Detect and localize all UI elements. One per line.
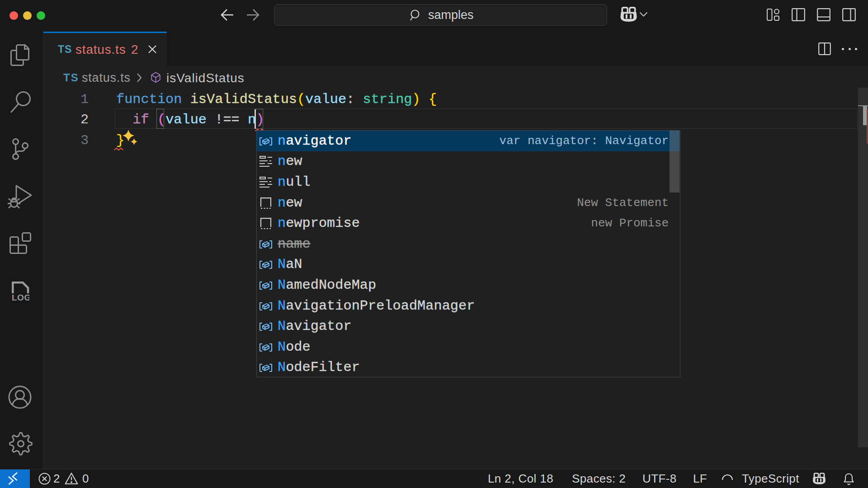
svg-text:LOG: LOG	[12, 293, 29, 302]
